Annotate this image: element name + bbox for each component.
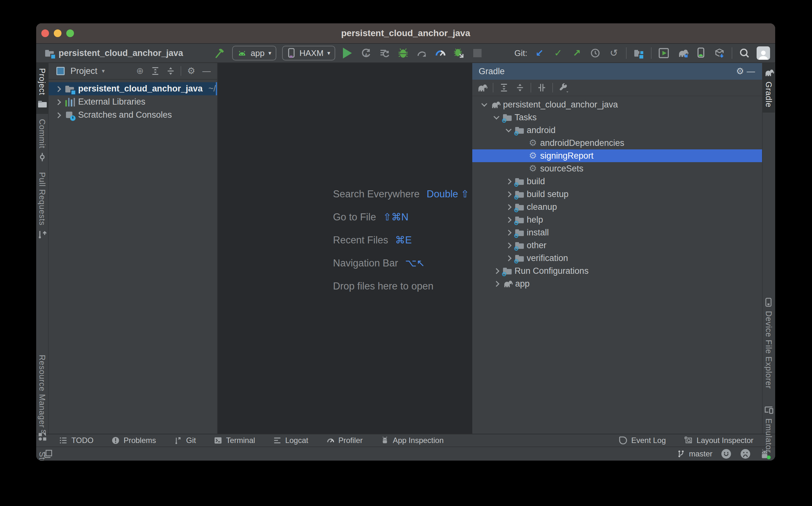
toolbar-event-log[interactable]: Event Log [619,436,666,445]
avd-run-button[interactable] [657,47,670,60]
stop-button[interactable] [471,47,484,60]
avd-manager-button[interactable] [694,47,707,60]
tree-row-scratches[interactable]: Scratches and Consoles [49,108,217,121]
gradle-row-androidDependencies[interactable]: ⚙ androidDependencies [472,137,762,149]
gradle-row-build[interactable]: ⚙ build [472,175,762,188]
close-window-button[interactable] [41,29,49,37]
chevron-right-icon[interactable] [504,228,513,237]
chevron-right-icon[interactable] [491,279,500,288]
gradle-refresh-icon[interactable] [477,82,488,93]
gradle-sync-button[interactable] [676,47,689,60]
gradle-row-other[interactable]: ⚙ other [472,239,762,252]
chevron-right-icon[interactable] [504,241,513,250]
sdk-manager-button[interactable] [713,47,726,60]
chevron-down-icon[interactable] [504,126,513,135]
run-button[interactable] [341,47,354,60]
hide-panel-icon[interactable]: — [201,66,212,76]
git-commit-button[interactable]: ✓ [552,47,564,60]
debug-button[interactable] [397,47,410,60]
collapse-all-icon[interactable] [515,82,526,93]
gradle-row-install[interactable]: ⚙ install [472,226,762,239]
chevron-down-icon[interactable] [491,113,500,122]
gradle-row-app[interactable]: app [472,277,762,290]
stripe-button-project[interactable]: Project [36,63,48,114]
stripe-button-commit[interactable]: Commit [36,114,48,167]
feedback-happy-icon[interactable] [721,448,732,459]
chevron-right-icon[interactable] [504,215,513,224]
git-update-button[interactable]: ↙ [533,47,546,60]
search-everywhere-button[interactable] [738,47,751,60]
run-configuration-dropdown[interactable]: app ▾ [232,46,276,61]
project-breadcrumb[interactable]: persistent_cloud_anchor_java [45,48,183,58]
locate-file-icon[interactable]: ⊕ [134,66,145,76]
gradle-settings-wrench-icon[interactable] [558,82,569,93]
gradle-row-root[interactable]: persistent_cloud_anchor_java [472,98,762,111]
toolbar-app-inspection[interactable]: App Inspection [381,436,444,445]
toolbar-git[interactable]: Git [174,436,196,445]
minimize-window-button[interactable] [54,29,62,37]
chevron-right-icon[interactable] [504,202,513,212]
gradle-row-tasks[interactable]: ⚙ Tasks [472,111,762,124]
profiler-gauge-button[interactable] [434,47,447,60]
gear-icon[interactable]: ⚙ [735,66,745,77]
zoom-window-button[interactable] [66,29,74,37]
gradle-row-signingReport[interactable]: ⚙ signingReport [472,149,762,162]
build-hammer-button[interactable] [214,47,226,60]
ide-window: persistent_cloud_anchor_java persistent_… [36,23,775,460]
apply-changes-button[interactable]: A [359,47,373,60]
chevron-right-icon[interactable] [491,266,500,275]
feedback-sad-icon[interactable] [740,448,751,459]
chevron-right-icon[interactable] [504,190,513,199]
toolbar-logcat[interactable]: Logcat [273,436,308,445]
svg-text:A: A [365,53,368,58]
stripe-button-device-file-explorer[interactable]: Device File Explorer [762,292,775,394]
attach-debugger-button[interactable] [453,47,465,60]
stripe-button-clipped[interactable]: s [36,430,49,434]
project-structure-button[interactable] [632,47,645,60]
gradle-row-verification[interactable]: ⚙ verification [472,252,762,264]
git-branch-widget[interactable]: master [677,449,713,458]
tree-row-project-root[interactable]: persistent_cloud_anchor_java ~/ [49,82,217,95]
chevron-right-icon[interactable] [504,177,513,186]
tree-row-external-libraries[interactable]: External Libraries [49,95,217,108]
offline-mode-icon[interactable] [536,82,547,93]
chevron-right-icon[interactable] [53,111,62,119]
chevron-right-icon[interactable] [53,84,62,93]
chevron-right-icon[interactable] [504,254,513,263]
project-panel-title[interactable]: Project [70,66,97,76]
git-history-button[interactable] [589,47,602,60]
git-push-button[interactable]: ↗ [570,47,583,60]
toolbar-profiler[interactable]: Profiler [326,436,363,445]
chevron-down-icon: ▾ [268,50,271,57]
stripe-button-gradle[interactable]: Gradle [762,63,775,112]
apply-code-changes-button[interactable] [378,47,391,60]
toolbar-layout-inspector[interactable]: Layout Inspector [684,436,753,445]
chevron-down-icon[interactable] [479,100,488,109]
gear-icon[interactable]: ⚙ [186,66,197,76]
elephant-sync-icon [676,48,688,59]
gradle-row-sourceSets[interactable]: ⚙ sourceSets [472,162,762,175]
hide-panel-icon[interactable]: — [745,66,756,77]
stripe-button-pull-requests[interactable]: Pull Requests [36,167,48,244]
toolbar-terminal[interactable]: Terminal [214,436,255,445]
stripe-button-structure[interactable]: Structure [36,446,48,460]
android-status-icon[interactable] [759,448,770,459]
gradle-row-help[interactable]: ⚙ help [472,213,762,226]
gradle-row-run-configurations[interactable]: ⚙ Run Configurations [472,264,762,277]
gradle-row-android[interactable]: ⚙ android [472,124,762,137]
device-dropdown[interactable]: HAXM ▾ [282,46,335,61]
user-avatar[interactable] [757,47,770,60]
apply-code-changes-icon [379,48,390,59]
toolbar-todo[interactable]: TODO [59,436,93,445]
gradle-row-build-setup[interactable]: ⚙ build setup [472,188,762,200]
expand-all-icon[interactable] [498,82,510,93]
gradle-row-cleanup[interactable]: ⚙ cleanup [472,200,762,213]
phone-icon [287,48,295,59]
collapse-all-icon[interactable] [165,66,176,76]
chevron-down-icon[interactable]: ▾ [102,68,105,75]
rollback-button[interactable]: ↺ [607,47,620,60]
toolbar-problems[interactable]: Problems [112,436,156,445]
profile-button[interactable] [415,47,428,60]
expand-all-icon[interactable] [150,66,161,76]
chevron-right-icon[interactable] [53,98,62,106]
